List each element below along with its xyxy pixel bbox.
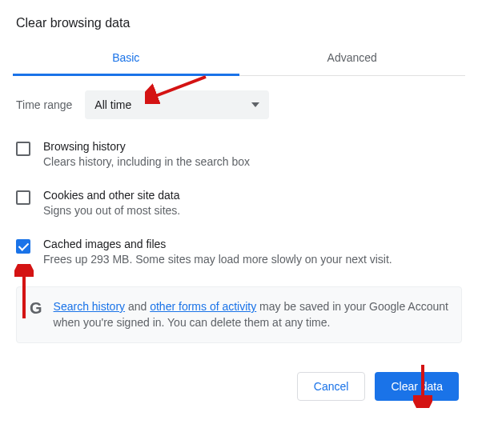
- time-range-select[interactable]: All time: [85, 90, 269, 119]
- google-logo-icon: G: [30, 300, 42, 316]
- dialog-actions: Cancel Clear data: [13, 359, 465, 401]
- option-browsing-history: Browsing history Clears history, includi…: [16, 140, 462, 168]
- tab-advanced[interactable]: Advanced: [239, 42, 466, 75]
- cookies-checkbox[interactable]: [16, 190, 30, 205]
- other-activity-link[interactable]: other forms of activity: [150, 300, 256, 313]
- notice-text: Search history and other forms of activi…: [54, 298, 448, 331]
- time-range-row: Time range All time: [16, 90, 462, 119]
- option-title: Cookies and other site data: [43, 189, 180, 202]
- option-desc: Signs you out of most sites.: [43, 204, 180, 217]
- google-account-notice: G Search history and other forms of acti…: [16, 286, 462, 343]
- chevron-down-icon: [251, 102, 259, 107]
- tab-basic[interactable]: Basic: [13, 42, 239, 76]
- option-title: Cached images and files: [43, 238, 392, 250]
- option-title: Browsing history: [43, 140, 250, 153]
- clear-data-button[interactable]: Clear data: [375, 372, 459, 401]
- time-range-value: All time: [94, 98, 131, 111]
- cancel-button[interactable]: Cancel: [297, 372, 366, 401]
- time-range-label: Time range: [16, 98, 72, 111]
- option-desc: Clears history, including in the search …: [43, 155, 250, 168]
- search-history-link[interactable]: Search history: [54, 300, 125, 313]
- tab-content: Time range All time Browsing history Cle…: [13, 76, 465, 343]
- tabs: Basic Advanced: [13, 42, 465, 76]
- clear-browsing-data-dialog: Clear browsing data Basic Advanced Time …: [0, 0, 478, 401]
- option-cookies: Cookies and other site data Signs you ou…: [16, 189, 462, 217]
- option-desc: Frees up 293 MB. Some sites may load mor…: [43, 253, 392, 266]
- browsing-history-checkbox[interactable]: [16, 142, 30, 156]
- cached-files-checkbox[interactable]: [16, 239, 30, 254]
- dialog-title: Clear browsing data: [13, 16, 465, 42]
- option-cached-files: Cached images and files Frees up 293 MB.…: [16, 238, 462, 266]
